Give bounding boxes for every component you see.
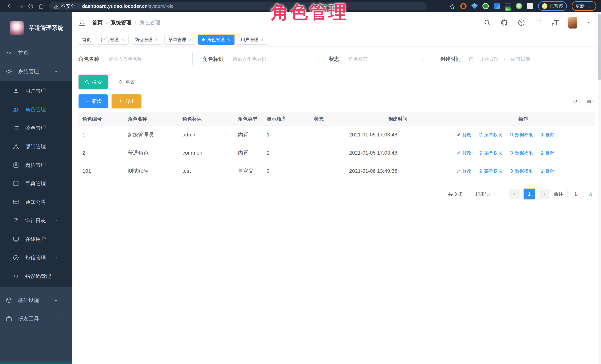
refresh-button[interactable] (571, 97, 580, 106)
column-settings-button[interactable] (585, 97, 594, 106)
fullscreen-icon[interactable] (535, 19, 542, 26)
url-domain[interactable]: dashboard.yudao.iocoder.cn (82, 3, 148, 9)
delete-link[interactable]: 删除 (540, 168, 555, 174)
sidebar-item-system[interactable]: 系统管理 (0, 62, 72, 81)
url-path[interactable]: /system/role (148, 3, 173, 9)
search-button[interactable]: 搜索 (79, 75, 108, 89)
paused-label: 已暂停 (550, 3, 563, 9)
profile-paused-badge[interactable]: 已暂停 (538, 1, 567, 11)
reset-button[interactable]: 重置 (112, 75, 141, 89)
edit-link[interactable]: 修改 (457, 168, 471, 174)
avatar[interactable] (568, 17, 577, 29)
browser-home-button[interactable] (36, 1, 46, 11)
sidebar-item-error-codes[interactable]: 错误码管理 (0, 267, 72, 285)
not-secure-label[interactable]: 不安全 (61, 3, 75, 10)
delete-link[interactable]: 删除 (540, 132, 555, 138)
extension-icon-3[interactable] (482, 3, 489, 9)
cell-role-key: test (178, 168, 233, 174)
tab-home[interactable]: 首页 (78, 35, 95, 45)
sidebar-item-menus[interactable]: 菜单管理 (0, 119, 72, 137)
page-unit-label: 页 (588, 191, 593, 197)
extension-icon-2[interactable] (471, 3, 478, 9)
edit-link[interactable]: 修改 (457, 132, 471, 138)
browser-forward-button[interactable] (15, 1, 26, 11)
browser-reload-button[interactable] (26, 1, 36, 11)
extensions-puzzle-icon[interactable] (527, 3, 533, 9)
add-button[interactable]: 新增 (79, 94, 108, 108)
table-toolbar: 新增 导出 (72, 94, 601, 108)
column-header-status: 状态 (309, 116, 344, 122)
browser-update-button[interactable]: 更新 (572, 1, 596, 11)
extension-icon-6[interactable] (516, 3, 522, 9)
next-page-button[interactable] (539, 189, 550, 199)
font-size-icon[interactable]: тT (552, 19, 559, 27)
sidebar-item-dev-tools[interactable]: 研发工具 (0, 310, 72, 328)
sidebar-item-label: 菜单管理 (25, 125, 46, 132)
app-title: 芋道管理系统 (29, 24, 63, 32)
extension-icon-4[interactable] (494, 3, 500, 9)
sidebar-item-posts[interactable]: 岗位管理 (0, 156, 72, 174)
role-name-input[interactable] (104, 52, 193, 66)
vertical-scrollbar[interactable] (598, 12, 601, 364)
end-date-input[interactable] (507, 56, 534, 62)
tab-users[interactable]: 用户管理 (237, 35, 268, 45)
sidebar-item-sms[interactable]: 短信管理 (0, 248, 72, 267)
data-permission-link[interactable]: 数据权限 (509, 150, 533, 156)
reset-button-label: 重置 (125, 79, 135, 85)
close-icon[interactable] (188, 38, 192, 41)
data-permission-link[interactable]: 数据权限 (509, 168, 533, 174)
menu-permission-link[interactable]: 菜单权限 (478, 132, 502, 138)
close-icon[interactable] (260, 38, 264, 41)
sidebar-item-users[interactable]: 用户管理 (0, 82, 72, 100)
close-icon[interactable] (227, 38, 230, 41)
sidebar-item-home[interactable]: 首页 (0, 44, 72, 62)
start-date-input[interactable] (475, 56, 503, 62)
sidebar-item-departments[interactable]: 部门管理 (0, 137, 72, 156)
page-size-select[interactable]: 10条/页 (467, 189, 505, 199)
add-button-label: 新增 (92, 98, 102, 105)
menu-permission-link[interactable]: 菜单权限 (478, 150, 502, 156)
search-icon[interactable] (484, 19, 491, 26)
tab-departments[interactable]: 部门管理 (97, 35, 129, 45)
scrollbar-thumb[interactable] (598, 14, 601, 80)
help-icon[interactable] (518, 19, 525, 26)
search-button-label: 搜索 (92, 79, 102, 85)
address-bar[interactable]: 不安全 dashboard.yudao.iocoder.cn /system/r… (49, 2, 427, 10)
app-logo-row[interactable]: 芋道管理系统 (0, 12, 72, 44)
extension-icon-5[interactable]: on (505, 3, 511, 9)
delete-link[interactable]: 删除 (540, 150, 555, 156)
export-button[interactable]: 导出 (112, 94, 141, 108)
date-range-picker[interactable]: - (465, 52, 548, 66)
breadcrumb-home[interactable]: 首页 (92, 19, 103, 26)
menu-permission-link[interactable]: 菜单权限 (478, 168, 502, 174)
sidebar-item-dictionary[interactable]: 字典管理 (0, 174, 72, 193)
tab-roles[interactable]: 角色管理 (198, 35, 234, 45)
breadcrumb-system[interactable]: 系统管理 (111, 19, 131, 26)
data-permission-link[interactable]: 数据权限 (509, 132, 533, 138)
cell-created-time: 2021-01-05 17:03:48 (344, 132, 451, 138)
sidebar-toggle-icon[interactable] (78, 18, 86, 27)
extension-on-badge: on (505, 7, 511, 11)
page-number-current[interactable]: 1 (524, 189, 535, 199)
edit-link[interactable]: 修改 (457, 150, 471, 156)
close-icon[interactable] (155, 38, 158, 41)
bookmark-star-icon[interactable] (449, 2, 455, 10)
tab-posts[interactable]: 岗位管理 (131, 35, 162, 45)
role-key-input[interactable] (228, 52, 319, 66)
tab-menus[interactable]: 菜单管理 (164, 35, 196, 45)
sidebar-item-audit-log[interactable]: 审计日志 (0, 211, 72, 230)
browser-menu-kebab-icon (588, 4, 592, 9)
extension-icon-1[interactable] (460, 3, 467, 9)
status-select[interactable]: 角色状态 (344, 52, 430, 66)
sidebar-item-infrastructure[interactable]: 基础设施 (0, 291, 72, 310)
sidebar-item-online-users[interactable]: 在线用户 (0, 230, 72, 248)
chevron-down-icon[interactable] (587, 20, 591, 25)
close-icon[interactable] (121, 38, 125, 41)
sidebar-item-roles[interactable]: 角色管理 (0, 100, 72, 119)
goto-page-input[interactable] (567, 189, 584, 199)
github-icon[interactable] (501, 19, 508, 26)
sidebar-item-notices[interactable]: 通知公告 (0, 193, 72, 211)
tools-icon (6, 315, 12, 322)
prev-page-button[interactable] (509, 189, 520, 199)
browser-back-button[interactable] (5, 1, 15, 11)
